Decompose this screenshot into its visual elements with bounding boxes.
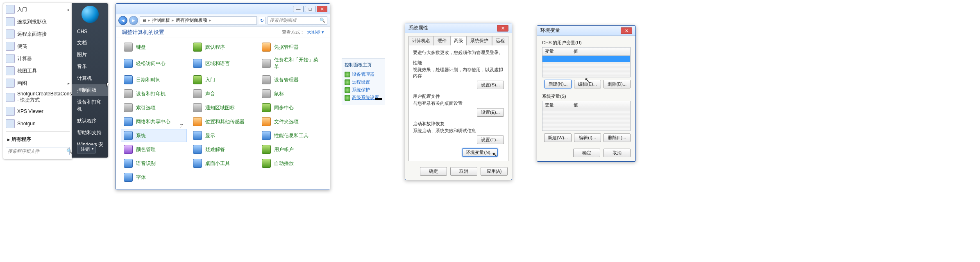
start-right-item[interactable]: 帮助和支持	[72, 127, 108, 139]
new-button[interactable]: 新建(W)...	[544, 133, 572, 142]
breadcrumb-bar[interactable]: 🖥 ▸ 控制面板 ▸ 所有控制面板项 ▸	[140, 16, 257, 25]
delete-button[interactable]: 删除(D)...	[603, 80, 631, 88]
start-item[interactable]: 画图▸	[3, 77, 72, 89]
tab[interactable]: 硬件	[434, 36, 450, 45]
cp-item-icon	[262, 59, 271, 68]
back-button[interactable]: ◄	[118, 16, 127, 25]
start-right-item[interactable]: CHS	[72, 26, 108, 37]
user-vars-list[interactable]: 变量值	[542, 47, 631, 77]
maximize-button[interactable]: □	[305, 6, 315, 12]
start-item[interactable]: Shotgun	[3, 117, 72, 130]
settings-button[interactable]: 设置(E)...	[477, 108, 504, 117]
cp-item[interactable]: 键盘	[121, 41, 187, 54]
cp-item[interactable]: 语音识别	[121, 157, 187, 170]
cp-item[interactable]: 通知区域图标	[190, 101, 256, 114]
cp-item[interactable]: 桌面小工具	[190, 157, 256, 170]
cp-item[interactable]: 颜色管理	[121, 143, 187, 156]
cp-item[interactable]: 入门	[190, 73, 256, 86]
sidebar-link[interactable]: 远程设置	[345, 78, 382, 86]
cp-item[interactable]: 网络和共享中心	[121, 115, 187, 128]
cp-item[interactable]: 性能信息和工具	[259, 129, 325, 142]
cp-item[interactable]: 设备管理器	[259, 73, 325, 86]
start-item[interactable]: XPS Viewer	[3, 105, 72, 117]
col-val[interactable]: 值	[571, 47, 630, 55]
start-right-item[interactable]: 默认程序	[72, 115, 108, 127]
close-button[interactable]: ✕	[621, 27, 632, 34]
list-rows[interactable]	[542, 109, 630, 131]
apply-button[interactable]: 应用(A)	[481, 167, 508, 176]
cp-item[interactable]: 凭据管理器	[259, 41, 325, 54]
list-rows[interactable]	[542, 62, 630, 77]
cp-item[interactable]: 用户帐户	[259, 143, 325, 156]
viewby-dropdown[interactable]: 大图标 ▾	[307, 29, 324, 35]
start-item[interactable]: 截图工具	[3, 65, 72, 77]
start-item[interactable]: 连接到投影仪	[3, 16, 72, 28]
cp-item[interactable]: 位置和其他传感器	[190, 115, 256, 128]
edit-button[interactable]: 编辑(I)...	[574, 133, 601, 142]
sys-vars-list[interactable]: 变量值	[542, 101, 631, 131]
tab[interactable]: 高级	[450, 36, 467, 45]
cp-item[interactable]: 同步中心	[259, 101, 325, 114]
search-icon[interactable]: 🔍	[320, 18, 325, 23]
edit-button[interactable]: 编辑(E)...	[574, 80, 601, 88]
cancel-button[interactable]: 取消	[603, 149, 631, 157]
start-right-item[interactable]: 音乐	[72, 61, 108, 72]
start-item[interactable]: 远程桌面连接	[3, 28, 72, 40]
start-right-item[interactable]: 文档	[72, 37, 108, 49]
start-right-item[interactable]: 图片	[72, 49, 108, 61]
start-right-item[interactable]: 设备和打印机	[72, 96, 108, 115]
close-button[interactable]: ✕	[497, 25, 508, 32]
cp-item[interactable]: 默认程序	[190, 41, 256, 54]
cp-item[interactable]: 索引选项	[121, 101, 187, 114]
tab[interactable]: 远程	[492, 36, 508, 45]
shutdown-button[interactable]: 注销	[77, 145, 96, 154]
start-item[interactable]: 便笺	[3, 40, 72, 52]
cp-item[interactable]: 显示	[190, 129, 256, 142]
start-right-item[interactable]: 控制面板	[72, 84, 108, 96]
ok-button[interactable]: 确定	[573, 149, 600, 157]
search-box[interactable]: 🔍	[6, 147, 70, 155]
cp-item[interactable]: 日期和时间	[121, 73, 187, 86]
cp-item[interactable]: 系统	[121, 129, 187, 142]
cp-search[interactable]: 搜索控制面板 🔍	[268, 16, 327, 25]
sidebar-link[interactable]: 系统保护	[345, 86, 382, 94]
app-icon	[6, 17, 15, 26]
col-var[interactable]: 变量	[542, 47, 571, 55]
cp-item[interactable]: 区域和语言	[190, 54, 256, 72]
search-icon[interactable]: 🔍	[66, 147, 73, 155]
ok-button[interactable]: 确定	[420, 167, 447, 176]
sidebar-link[interactable]: 设备管理器	[345, 70, 382, 78]
new-button[interactable]: 新建(N)...	[544, 80, 572, 88]
all-programs[interactable]: ▸所有程序	[3, 133, 72, 145]
cp-item[interactable]: 设备和打印机	[121, 87, 187, 100]
cp-item[interactable]: 自动播放	[259, 157, 325, 170]
settings-button[interactable]: 设置(T)...	[477, 136, 504, 144]
env-vars-button[interactable]: 环境变量(N)...	[462, 148, 497, 157]
search-input[interactable]	[6, 147, 66, 155]
start-item[interactable]: 入门▸	[3, 3, 72, 16]
refresh-button[interactable]: ↻	[259, 17, 266, 24]
cp-item[interactable]: 文件夹选项	[259, 115, 325, 128]
start-item[interactable]: ShotgunCreateBetaConsole - 快捷方式	[3, 89, 72, 105]
cp-item[interactable]: 声音	[190, 87, 256, 100]
delete-button[interactable]: 删除(L)...	[603, 133, 631, 142]
list-row-selected[interactable]	[542, 56, 630, 62]
start-item[interactable]: 计算器	[3, 52, 72, 65]
tab[interactable]: 系统保护	[467, 36, 492, 45]
cp-item[interactable]: 鼠标	[259, 87, 325, 100]
start-right-item[interactable]: 计算机	[72, 72, 108, 84]
breadcrumb-item[interactable]: 控制面板	[152, 17, 170, 23]
cancel-button[interactable]: 取消	[450, 167, 477, 176]
col-val[interactable]: 值	[571, 101, 630, 109]
cp-item[interactable]: 任务栏和「开始」菜单	[259, 54, 325, 72]
col-var[interactable]: 变量	[542, 101, 571, 109]
settings-button[interactable]: 设置(S)...	[477, 81, 504, 89]
cp-item[interactable]: 字体	[121, 171, 187, 184]
close-button[interactable]: ✕	[317, 6, 327, 12]
forward-button[interactable]: ►	[129, 16, 138, 25]
breadcrumb-item[interactable]: 所有控制面板项	[176, 17, 207, 23]
tab[interactable]: 计算机名	[408, 36, 434, 45]
minimize-button[interactable]: —	[293, 6, 304, 12]
cp-item[interactable]: 疑难解答	[190, 143, 256, 156]
cp-item[interactable]: 轻松访问中心	[121, 54, 187, 72]
